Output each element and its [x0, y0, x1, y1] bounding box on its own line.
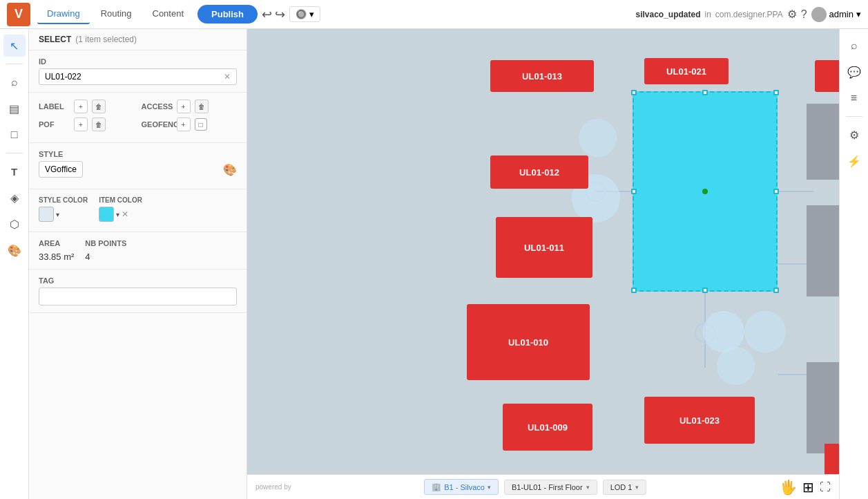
redo-button[interactable]: ↪: [275, 7, 285, 22]
area-unit: m²: [64, 252, 74, 262]
id-label: ID: [39, 57, 237, 66]
id-field-container: ✕: [39, 68, 237, 85]
tab-drawing[interactable]: Drawing: [37, 4, 90, 24]
resize-handle-br[interactable]: [773, 288, 779, 293]
pof-del-btn[interactable]: 🗑: [92, 117, 106, 131]
canvas-background: 🪝 🚻 🍴: [247, 29, 839, 499]
help-icon[interactable]: ?: [801, 8, 807, 21]
shapes-tool-icon[interactable]: □: [3, 124, 26, 146]
style-row: VGoffice 🎨: [39, 161, 237, 178]
resize-handle-tr[interactable]: [773, 90, 779, 95]
resize-handle-bl[interactable]: [631, 288, 637, 293]
paint-tool-icon[interactable]: 🎨: [3, 239, 26, 261]
user-label: admin: [829, 9, 853, 19]
lod-label: LOD 1: [610, 483, 633, 491]
select-label: SELECT: [39, 35, 71, 44]
item-color-swatch[interactable]: [99, 207, 114, 222]
pof-field-label: POF: [39, 120, 70, 129]
resize-handle-bm[interactable]: [702, 288, 708, 293]
lod-selector[interactable]: LOD 1 ▾: [603, 480, 647, 495]
powered-by-text: powered by: [255, 483, 291, 491]
gray-room-person: 🚻: [807, 205, 839, 296]
lightning-right-icon[interactable]: ⚡: [843, 150, 865, 172]
settings-right-icon[interactable]: ⚙: [843, 124, 865, 146]
room-label-ul01-010[interactable]: UL01-010: [467, 304, 590, 380]
rt-separator: [846, 116, 862, 117]
left-toolbar: ↖ ⌕ ▤ □ T ◈ ⬡ 🎨: [0, 29, 29, 499]
room-label-ul01-011[interactable]: UL01-011: [496, 217, 592, 278]
area-label: AREA: [39, 239, 74, 247]
tag-section: TAG: [29, 270, 247, 313]
cursor-tool-icon[interactable]: ↖: [3, 35, 26, 57]
chat-right-icon[interactable]: 💬: [843, 61, 865, 83]
fullscreen-icon[interactable]: ⛶: [820, 481, 831, 493]
geofence-shape-btn[interactable]: □: [195, 118, 207, 131]
item-color-chevron[interactable]: ▾: [116, 211, 119, 218]
hand-tool-icon[interactable]: 🖐: [780, 479, 797, 496]
style-color-chevron[interactable]: ▾: [56, 211, 59, 218]
style-select[interactable]: VGoffice: [39, 161, 83, 178]
doc-info: silvaco_updated in com.designer.PPA: [635, 10, 782, 19]
resize-handle-mr[interactable]: [773, 189, 779, 194]
stamp-tool[interactable]: 🔘 ▾: [289, 6, 320, 22]
selected-room[interactable]: [633, 91, 778, 292]
settings-icon[interactable]: ⚙: [787, 8, 797, 21]
room-label-ul01-020[interactable]: UL01-020: [815, 60, 839, 92]
label-access-section: Label + 🗑 POF + 🗑 Access + 🗑: [29, 93, 247, 143]
style-select-wrapper: VGoffice: [39, 161, 218, 178]
label-col: Label + 🗑 POF + 🗑: [39, 100, 135, 135]
bottom-bar: powered by 🏢 B1 - Silvaco ▾ B1-UL01 - Fi…: [247, 474, 839, 499]
room-label-ul01-009[interactable]: UL01-009: [503, 404, 592, 451]
room-label-ul01-013[interactable]: UL01-013: [490, 60, 594, 92]
resize-handle-ml[interactable]: [631, 189, 637, 194]
room-label-ul01-012[interactable]: UL01-012: [490, 156, 588, 189]
area-section: AREA 33.85 m² NB POINTS 4: [29, 232, 247, 270]
area-field: AREA 33.85 m²: [39, 239, 74, 262]
undo-button[interactable]: ↩: [262, 7, 272, 22]
item-color-clear[interactable]: ✕: [122, 209, 128, 219]
canvas[interactable]: 🪝 🚻 🍴: [247, 29, 839, 499]
building-label: B1 - Silvaco: [444, 483, 485, 491]
circle-connector-4: [744, 311, 786, 352]
label-del-btn[interactable]: 🗑: [92, 100, 106, 113]
search-right-icon[interactable]: ⌕: [843, 35, 865, 57]
id-input[interactable]: [45, 72, 221, 82]
network-tool-icon[interactable]: ⬡: [3, 213, 26, 235]
style-color-swatch[interactable]: [39, 207, 54, 222]
room-label-ul01-023[interactable]: UL01-023: [644, 397, 755, 444]
access-del-btn[interactable]: 🗑: [195, 100, 209, 113]
user-area[interactable]: admin ▾: [811, 7, 861, 22]
tab-group: Drawing Routing Content: [37, 4, 193, 24]
topbar: V Drawing Routing Content Publish ↩ ↪ 🔘 …: [0, 0, 868, 29]
style-color-field: STYLE COLOR ▾: [39, 196, 88, 222]
building-selector[interactable]: 🏢 B1 - Silvaco ▾: [424, 479, 499, 495]
tab-routing[interactable]: Routing: [91, 4, 142, 24]
lod-chevron: ▾: [635, 484, 639, 491]
style-color-swatch-row: ▾: [39, 207, 88, 222]
select-header: SELECT (1 item selected): [29, 29, 247, 50]
label-add-btn[interactable]: +: [74, 100, 88, 113]
geofence-add-btn[interactable]: +: [177, 117, 191, 131]
floor-selector[interactable]: B1-UL01 - First Floor ▾: [504, 480, 597, 495]
text-tool-icon[interactable]: T: [3, 160, 26, 182]
id-section: ID ✕: [29, 50, 247, 93]
layers-tool-icon[interactable]: ▤: [3, 97, 26, 120]
3d-tool-icon[interactable]: ◈: [3, 187, 26, 209]
access-add-btn[interactable]: +: [177, 100, 191, 113]
search-tool-icon[interactable]: ⌕: [3, 71, 26, 93]
grid-tool-icon[interactable]: ⊞: [802, 479, 814, 496]
building-icon: 🏢: [432, 482, 441, 491]
room-label-ul01-021[interactable]: UL01-021: [644, 58, 729, 84]
palette-icon[interactable]: 🎨: [223, 163, 237, 176]
pof-add-btn[interactable]: +: [74, 117, 88, 131]
id-clear-icon[interactable]: ✕: [224, 72, 231, 82]
resize-handle-tm[interactable]: [702, 90, 708, 95]
publish-button[interactable]: Publish: [197, 5, 258, 23]
tag-input[interactable]: [39, 288, 237, 305]
tab-content[interactable]: Content: [143, 4, 194, 24]
menu-right-icon[interactable]: ≡: [843, 87, 865, 109]
lt-separator-2: [6, 153, 23, 153]
floor-label: B1-UL01 - First Floor: [512, 483, 583, 491]
area-value: 33.85 m²: [39, 252, 74, 262]
resize-handle-tl[interactable]: [631, 90, 637, 95]
